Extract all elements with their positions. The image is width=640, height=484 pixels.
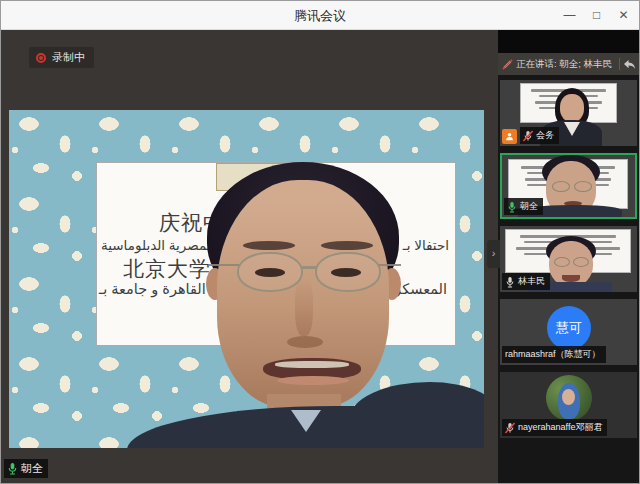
mic-active-icon xyxy=(507,201,517,213)
participant-tile-chaoquan[interactable]: 朝全 xyxy=(500,153,637,219)
main-video-area[interactable]: 录制中 庆祝中国埃 الصينية المصرية الدبلوماسية اح… xyxy=(1,30,498,483)
glasses-lens xyxy=(554,257,570,267)
host-badge xyxy=(502,129,517,144)
speaker-nose-base xyxy=(287,336,323,348)
participant-name: 朝全 xyxy=(520,200,538,213)
window-controls: — □ ✕ xyxy=(556,1,637,30)
speaker-teeth xyxy=(275,361,349,368)
minimize-button[interactable]: — xyxy=(556,1,583,30)
participant-tile-linfengmin[interactable]: 林丰民 xyxy=(500,226,637,292)
speaker-eyebrow xyxy=(321,241,373,250)
glasses-lens xyxy=(573,257,589,267)
avatar-photo-face xyxy=(562,389,575,405)
main-speaker-video[interactable]: 庆祝中国埃 الصينية المصرية الدبلوماسية احتفال… xyxy=(9,110,484,448)
record-icon xyxy=(36,53,46,63)
glasses-temple xyxy=(209,264,239,266)
mic-muted-icon xyxy=(505,422,515,434)
speaker-eye xyxy=(255,268,285,277)
sidebar-top-strip xyxy=(498,30,639,53)
participant-name: 林丰民 xyxy=(518,275,545,288)
person-face xyxy=(560,94,584,122)
person-icon xyxy=(505,132,514,141)
chevron-right-icon: › xyxy=(492,247,496,259)
speaker-nose xyxy=(295,278,313,336)
titlebar[interactable]: 腾讯会议 — □ ✕ xyxy=(1,1,639,30)
participant-tile-huiwu[interactable]: 会务 xyxy=(500,80,637,146)
window-title: 腾讯会议 xyxy=(1,1,639,30)
person-mouth xyxy=(562,275,580,282)
glasses-bridge xyxy=(301,266,317,269)
speaker-lip xyxy=(277,376,349,385)
mic-on-icon xyxy=(505,276,515,288)
maximize-button[interactable]: □ xyxy=(583,1,610,30)
participant-name-label: rahmaashraf（陈慧可） xyxy=(502,346,606,363)
participant-tile-rahmaashraf[interactable]: 慧可 rahmaashraf（陈慧可） xyxy=(500,299,637,365)
participant-name: nayerahanaffe邓丽君 xyxy=(518,421,602,434)
sidebar-collapse-handle[interactable]: › xyxy=(487,240,500,268)
mic-active-icon xyxy=(7,462,18,475)
avatar-initials: 慧可 xyxy=(556,320,582,335)
speaker-eye xyxy=(331,268,361,277)
speaker-eyebrow xyxy=(243,241,295,250)
participant-tile-nayera[interactable]: nayerahanaffe邓丽君 xyxy=(500,372,637,438)
glasses-lens xyxy=(574,181,592,192)
participant-name-label: nayerahanaffe邓丽君 xyxy=(502,419,607,436)
meeting-content: 录制中 庆祝中国埃 الصينية المصرية الدبلوماسية اح… xyxy=(1,30,639,483)
participant-name-label: 朝全 xyxy=(504,198,543,215)
annotation-off-icon[interactable] xyxy=(502,59,513,70)
participants-sidebar: 正在讲话: 朝全; 林丰民 xyxy=(498,30,639,483)
back-arrow-icon[interactable] xyxy=(623,59,636,70)
avatar: 慧可 xyxy=(547,306,591,350)
glasses-lens xyxy=(552,181,570,192)
recording-badge[interactable]: 录制中 xyxy=(29,47,94,68)
participant-name-label: 会务 xyxy=(520,127,559,144)
divider xyxy=(619,58,620,70)
close-button[interactable]: ✕ xyxy=(610,1,637,30)
participant-name-label: 林丰民 xyxy=(502,273,550,290)
glasses-temple xyxy=(379,264,401,266)
participant-name: 会务 xyxy=(536,129,554,142)
speaking-indicator-bar: 正在讲话: 朝全; 林丰民 xyxy=(498,53,639,75)
speaking-now-label: 正在讲话: 朝全; 林丰民 xyxy=(516,58,612,71)
mic-muted-icon xyxy=(523,130,533,142)
main-speaker-name: 朝全 xyxy=(21,461,43,476)
participant-name: rahmaashraf（陈慧可） xyxy=(505,348,601,361)
avatar xyxy=(546,375,592,421)
slide-title-ar-right: احتفالا بـ xyxy=(403,237,449,253)
tencent-meeting-window: 腾讯会议 — □ ✕ 录制中 庆祝中国埃 الصينية المصرية الد… xyxy=(0,0,640,484)
participant-list: 会务 xyxy=(498,75,639,438)
recording-label: 录制中 xyxy=(52,50,85,65)
main-speaker-name-label: 朝全 xyxy=(4,459,48,478)
